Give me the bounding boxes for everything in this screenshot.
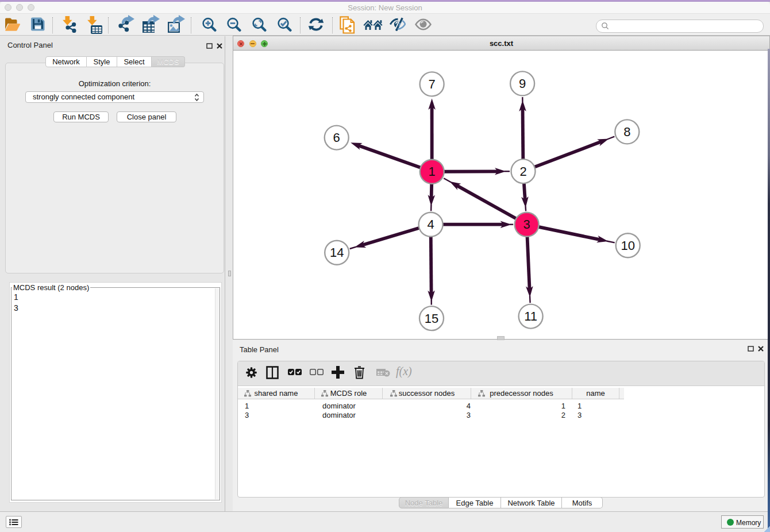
svg-text:9: 9 (519, 76, 526, 91)
svg-text:8: 8 (623, 125, 630, 139)
svg-text:10: 10 (621, 238, 634, 253)
svg-text:14: 14 (330, 245, 344, 260)
svg-text:2: 2 (519, 164, 526, 179)
svg-text:6: 6 (333, 130, 340, 145)
svg-text:3: 3 (523, 217, 530, 232)
svg-text:15: 15 (425, 311, 438, 326)
svg-text:11: 11 (524, 309, 537, 323)
svg-text:4: 4 (427, 217, 434, 232)
svg-text:1: 1 (429, 164, 436, 179)
svg-text:7: 7 (428, 77, 435, 91)
